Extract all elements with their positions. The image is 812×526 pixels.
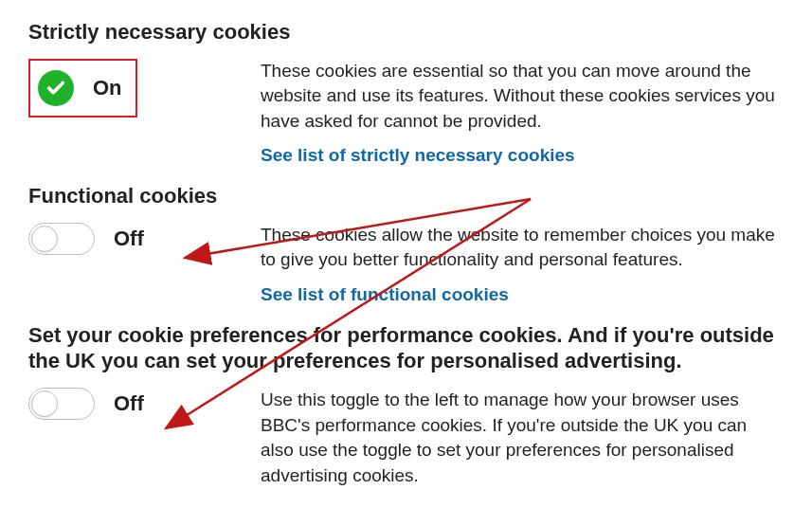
strict-state-label: On — [93, 76, 122, 100]
functional-body: Off These cookies allow the website to r… — [28, 223, 784, 273]
performance-control: Off — [28, 388, 261, 420]
functional-toggle[interactable] — [28, 223, 95, 255]
strict-title: Strictly necessary cookies — [28, 19, 784, 45]
functional-section: Functional cookies Off These cookies all… — [28, 183, 784, 305]
strict-section: Strictly necessary cookies On These cook… — [28, 19, 784, 166]
functional-title: Functional cookies — [28, 183, 784, 209]
strict-link[interactable]: See list of strictly necessary cookies — [261, 145, 784, 166]
functional-state-label: Off — [114, 227, 144, 251]
strict-body: On These cookies are essential so that y… — [28, 59, 784, 135]
performance-desc: Use this toggle to the left to manage ho… — [261, 388, 784, 488]
functional-desc: These cookies allow the website to remem… — [261, 223, 784, 273]
performance-body: Off Use this toggle to the left to manag… — [28, 388, 784, 488]
strict-desc: These cookies are essential so that you … — [261, 59, 784, 135]
performance-title: Set your cookie preferences for performa… — [28, 322, 784, 374]
functional-link[interactable]: See list of functional cookies — [261, 284, 784, 305]
performance-toggle[interactable] — [28, 388, 95, 420]
performance-section: Set your cookie preferences for performa… — [28, 322, 784, 488]
check-circle-icon — [38, 70, 74, 106]
functional-control: Off — [28, 223, 261, 255]
toggle-knob-icon — [31, 226, 58, 252]
toggle-knob-icon — [31, 390, 58, 417]
performance-state-label: Off — [114, 391, 144, 416]
strict-control: On — [28, 59, 261, 118]
strict-highlight-box: On — [28, 59, 137, 118]
